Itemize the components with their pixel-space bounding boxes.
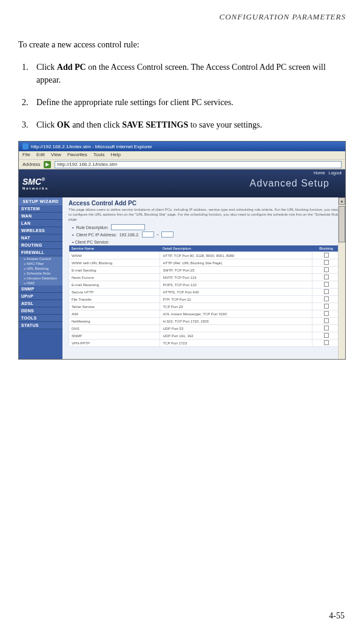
menu-view[interactable]: View	[51, 152, 61, 159]
step-3-pre: Click	[36, 120, 57, 129]
nav-nat[interactable]: NAT	[19, 234, 62, 242]
panel-title: Access Control Add PC	[69, 200, 340, 207]
steps-list: Click Add PC on the Access Control scree…	[18, 61, 346, 131]
col-detail: Detail Description	[160, 245, 312, 252]
scroll-up-icon[interactable]: ▲	[339, 197, 345, 205]
step-1: Click Add PC on the Access Control scree…	[30, 61, 346, 86]
nav-lan[interactable]: LAN	[19, 220, 62, 227]
rule-desc-row: • Rule Description:	[72, 224, 340, 230]
logo-text: SMC	[22, 177, 41, 186]
page-banner: SMC® Networks Advanced Setup Home Logout	[19, 169, 345, 197]
table-row: VPN-PPTPTCP Port 1723	[69, 340, 340, 347]
browser-addressbar: Address ▶ http://192.168.2.1/index.stm	[19, 160, 345, 169]
browser-screenshot: http://192.168.2.1/index.stm - Microsoft…	[18, 141, 346, 360]
cell-blocking	[312, 340, 340, 347]
cell-service-desc: TCP Port 1723	[160, 340, 312, 347]
cell-blocking	[312, 259, 340, 267]
ip-row: • Client PC IP Address: 192.168.2. ~	[72, 231, 340, 238]
cell-service-desc: NNTP, TCP Port 119	[160, 274, 312, 281]
menu-edit[interactable]: Edit	[36, 152, 45, 159]
top-links: Home Logout	[314, 171, 342, 175]
nav-upnp[interactable]: UPnP	[19, 293, 62, 300]
blocking-checkbox[interactable]	[324, 326, 329, 330]
cell-service-name: DNS	[69, 325, 160, 332]
ip-input-start[interactable]	[142, 231, 154, 238]
cell-service-desc: HTTP, TCP Port 80, 3128, 8000, 8001, 808…	[160, 252, 312, 259]
menu-favorites[interactable]: Favorites	[67, 152, 87, 159]
ip-input-end[interactable]	[161, 231, 174, 238]
cell-blocking	[312, 289, 340, 296]
nav-sub-schedule-rule[interactable]: » Schedule Rule	[19, 271, 62, 276]
nav-ddns[interactable]: DDNS	[19, 307, 62, 315]
nav-adsl[interactable]: ADSL	[19, 300, 62, 307]
menu-tools[interactable]: Tools	[93, 152, 105, 159]
cell-service-name: E-mail Receiving	[69, 281, 160, 289]
cell-blocking	[312, 274, 340, 281]
service-label-row: • Client PC Service:	[72, 240, 340, 244]
blocking-checkbox[interactable]	[324, 282, 329, 287]
blocking-checkbox[interactable]	[324, 311, 329, 316]
cell-blocking	[312, 267, 340, 274]
blocking-checkbox[interactable]	[324, 333, 329, 338]
nav-snmp[interactable]: SNMP	[19, 286, 62, 293]
main-panel: Access Control Add PC This page allows u…	[62, 197, 345, 359]
cell-service-name: News Forums	[69, 274, 160, 281]
address-label: Address	[22, 162, 40, 167]
ie-icon	[22, 143, 29, 149]
table-row: NetMeetingH.323, TCP Port 1720, 1503	[69, 318, 340, 325]
panel-desc: This page allows users to define service…	[69, 208, 340, 222]
cell-service-name: E-mail Sending	[69, 267, 160, 274]
cell-blocking	[312, 252, 340, 259]
blocking-checkbox[interactable]	[324, 289, 329, 294]
blocking-checkbox[interactable]	[324, 304, 329, 309]
nav-sub-url-blocking[interactable]: » URL Blocking	[19, 266, 62, 271]
vertical-scrollbar[interactable]: ▲	[338, 197, 345, 359]
nav-firewall[interactable]: FIREWALL	[19, 249, 62, 256]
blocking-checkbox[interactable]	[324, 267, 329, 272]
ip-label: Client PC IP Address:	[76, 233, 116, 237]
menu-file[interactable]: File	[22, 152, 30, 159]
blocking-checkbox[interactable]	[324, 340, 329, 345]
table-row: SNMPUDP Port 161, 162	[69, 332, 340, 340]
nav-system[interactable]: SYSTEM	[19, 205, 62, 213]
service-label: Client PC Service:	[75, 240, 109, 244]
blocking-checkbox[interactable]	[324, 275, 329, 279]
cell-service-desc: UDP Port 53	[160, 325, 312, 332]
scroll-thumb[interactable]	[339, 206, 345, 242]
address-input[interactable]: http://192.168.2.1/index.stm	[55, 161, 342, 168]
ip-prefix: 192.168.2.	[120, 233, 140, 237]
page-header: CONFIGURATION PARAMETERS	[18, 12, 346, 22]
browser-menubar: File Edit View Favorites Tools Help	[19, 151, 345, 160]
content-wrap: SETUP WIZARD SYSTEM WAN LAN WIRELESS NAT…	[19, 197, 345, 359]
nav-wireless[interactable]: WIRELESS	[19, 227, 62, 234]
bullet-icon: •	[72, 233, 73, 237]
setup-wizard-link[interactable]: SETUP WIZARD	[19, 197, 62, 205]
nav-sub-mac-filter[interactable]: » MAC Filter	[19, 261, 62, 266]
menu-help[interactable]: Help	[110, 152, 120, 159]
step-2: Define the appropriate rule settings for…	[30, 96, 346, 109]
table-row: File TransferFTP, TCP Port 21	[69, 296, 340, 303]
blocking-checkbox[interactable]	[324, 296, 329, 301]
nav-wan[interactable]: WAN	[19, 213, 62, 220]
go-icon[interactable]: ▶	[44, 161, 51, 168]
rule-desc-input[interactable]	[111, 224, 145, 230]
link-logout[interactable]: Logout	[329, 171, 342, 175]
nav-routing[interactable]: ROUTING	[19, 242, 62, 249]
table-row: E-mail ReceivingPOP3, TCP Port 110	[69, 281, 340, 289]
cell-service-name: WWW	[69, 252, 160, 259]
step-3-bold-1: OK	[57, 120, 70, 129]
page-number: 4-55	[329, 611, 345, 621]
table-row: Secure HTTPHTTPS, TCP Port 443	[69, 289, 340, 296]
blocking-checkbox[interactable]	[324, 253, 329, 258]
nav-status[interactable]: STATUS	[19, 322, 62, 329]
cell-service-desc: FTP, TCP Port 21	[160, 296, 312, 303]
cell-service-name: VPN-PPTP	[69, 340, 160, 347]
blocking-checkbox[interactable]	[324, 260, 329, 265]
nav-sub-access-control[interactable]: » Access Control	[19, 256, 62, 261]
blocking-checkbox[interactable]	[324, 318, 329, 323]
link-home[interactable]: Home	[314, 171, 325, 175]
nav-tools[interactable]: TOOLS	[19, 315, 62, 322]
nav-sub-dmz[interactable]: » DMZ	[19, 281, 62, 286]
nav-sub-intrusion[interactable]: » Intrusion Detection	[19, 276, 62, 281]
rule-desc-label: Rule Description:	[76, 225, 108, 230]
